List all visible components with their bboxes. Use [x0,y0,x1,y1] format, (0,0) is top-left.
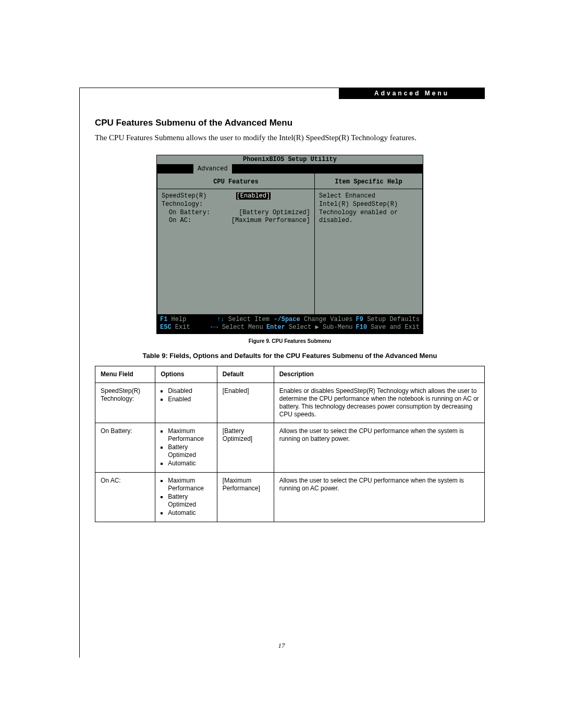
page-number: 17 [0,641,563,650]
section-badge: Advanced Menu [339,88,485,99]
cell-field: On AC: [95,472,155,522]
bios-title: PhoenixBIOS Setup Utility [157,155,423,164]
fields-table: Menu FieldOptionsDefaultDescription Spee… [95,366,485,522]
cell-description: Allows the user to select the CPU perfor… [274,423,484,472]
cell-field: On Battery: [95,423,155,472]
bios-left-header: CPU Features [162,176,310,190]
table-header: Menu Field [95,366,155,382]
cell-description: Allows the user to select the CPU perfor… [274,472,484,522]
intro-paragraph: The CPU Features Submenu allows the user… [95,132,485,143]
option-item: Maximum Performance [168,477,212,492]
bios-help-text: Select EnhancedIntel(R) SpeedStep(R)Tech… [319,192,418,225]
cell-default: [Maximum Performance] [217,472,274,522]
cell-options: Maximum PerformanceBattery OptimizedAuto… [155,423,217,472]
bios-field-value: [Maximum Performance] [231,217,310,225]
option-item: Automatic [168,509,212,517]
cell-description: Enables or disables SpeedStep(R) Technol… [274,382,484,423]
option-item: Disabled [168,387,212,395]
bios-right-header: Item Specific Help [319,176,418,190]
table-title: Table 9: Fields, Options and Defaults fo… [95,352,485,361]
bios-field-label: On Battery: [162,209,239,217]
cell-options: DisabledEnabled [155,382,217,423]
figure-caption: Figure 9. CPU Features Submenu [95,338,485,344]
table-header: Options [155,366,217,382]
left-rule [79,88,80,658]
table-header: Default [217,366,274,382]
table-row: SpeedStep(R) Technology:DisabledEnabled[… [95,382,485,423]
option-item: Battery Optimized [168,493,212,509]
bios-field-value: [Battery Optimized] [239,209,310,217]
page-title: CPU Features Submenu of the Advanced Men… [95,118,485,128]
bios-screenshot: PhoenixBIOS Setup Utility Advanced CPU F… [156,155,423,334]
table-row: On Battery:Maximum PerformanceBattery Op… [95,423,485,472]
table-row: On AC:Maximum PerformanceBattery Optimiz… [95,472,485,522]
option-item: Battery Optimized [168,443,212,459]
cell-default: [Enabled] [217,382,274,423]
cell-options: Maximum PerformanceBattery OptimizedAuto… [155,472,217,522]
bios-tab-advanced: Advanced [193,164,232,174]
option-item: Maximum Performance [168,427,212,443]
bios-field-value: [Enabled] [236,192,311,208]
option-item: Enabled [168,396,212,403]
cell-field: SpeedStep(R) Technology: [95,382,155,423]
bios-field-label: SpeedStep(R) Technology: [162,192,236,208]
table-header: Description [274,366,484,382]
bios-footer: F1 Help↑↓ Select Item-/Space Change Valu… [157,314,423,334]
cell-default: [Battery Optimized] [217,423,274,472]
option-item: Automatic [168,460,212,467]
bios-field-label: On AC: [162,217,231,225]
